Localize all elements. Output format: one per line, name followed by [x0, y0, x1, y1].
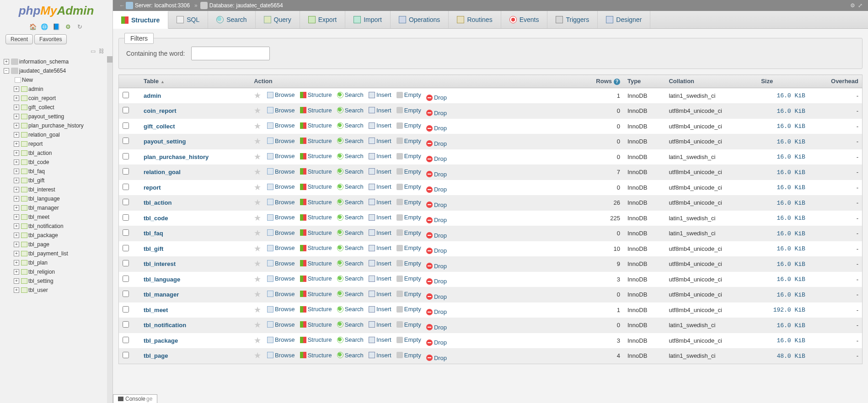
empty-link[interactable]: Empty [396, 275, 421, 282]
tree-table-item[interactable]: +tbl_faq [4, 167, 111, 176]
expand-icon[interactable]: + [14, 260, 19, 265]
favorite-star-icon[interactable]: ★ [254, 336, 261, 345]
tab-sql[interactable]: SQL [168, 11, 208, 28]
insert-link[interactable]: Insert [369, 321, 391, 328]
row-checkbox[interactable] [123, 92, 129, 98]
favorite-star-icon[interactable]: ★ [254, 259, 261, 268]
search-link[interactable]: Search [337, 153, 364, 159]
col-table[interactable]: Table▲ [140, 75, 250, 88]
drop-link[interactable]: Drop [426, 110, 447, 117]
home-icon[interactable]: 🏠 [29, 23, 37, 31]
search-link[interactable]: Search [337, 91, 364, 98]
search-link[interactable]: Search [337, 107, 364, 114]
expand-icon[interactable]: + [14, 132, 19, 138]
empty-link[interactable]: Empty [396, 229, 421, 236]
db-tree[interactable]: + information_schema − jaudatec_date5654… [0, 56, 113, 403]
table-name-link[interactable]: tbl_language [144, 276, 180, 283]
table-name-link[interactable]: tbl_package [144, 337, 178, 344]
collapse-icon[interactable]: − [4, 68, 9, 74]
drop-link[interactable]: Drop [426, 308, 447, 315]
expand-icon[interactable]: + [14, 223, 19, 229]
expand-icon[interactable]: + [14, 196, 19, 202]
empty-link[interactable]: Empty [396, 153, 421, 159]
row-checkbox[interactable] [123, 153, 129, 159]
table-name-link[interactable]: tbl_notification [144, 322, 186, 329]
insert-link[interactable]: Insert [369, 183, 391, 190]
browse-link[interactable]: Browse [267, 183, 295, 190]
tree-table-item[interactable]: +plan_purchase_history [4, 121, 111, 130]
structure-link[interactable]: Structure [300, 229, 332, 236]
drop-link[interactable]: Drop [426, 278, 447, 285]
favorite-star-icon[interactable]: ★ [254, 213, 261, 223]
table-name-link[interactable]: admin [144, 92, 161, 99]
page-settings-icon[interactable]: ⚙ [850, 2, 855, 9]
tree-table-item[interactable]: +tbl_meet [4, 212, 111, 222]
structure-link[interactable]: Structure [300, 291, 332, 297]
insert-link[interactable]: Insert [369, 199, 391, 206]
tree-table-item[interactable]: +tbl_package [4, 231, 111, 240]
tree-table-item[interactable]: +tbl_setting [4, 276, 111, 286]
empty-link[interactable]: Empty [396, 214, 421, 221]
insert-link[interactable]: Insert [369, 153, 391, 159]
insert-link[interactable]: Insert [369, 229, 391, 236]
tree-table-item[interactable]: +tbl_action [4, 148, 111, 158]
search-link[interactable]: Search [337, 321, 364, 328]
empty-link[interactable]: Empty [396, 199, 421, 206]
expand-icon[interactable]: + [14, 242, 19, 247]
browse-link[interactable]: Browse [267, 168, 295, 175]
drop-link[interactable]: Drop [426, 140, 447, 147]
tab-operations[interactable]: Operations [391, 11, 449, 28]
tab-events[interactable]: Events [501, 11, 548, 28]
tree-table-item[interactable]: +tbl_language [4, 194, 111, 203]
insert-link[interactable]: Insert [369, 275, 391, 282]
drop-link[interactable]: Drop [426, 324, 447, 331]
help-icon[interactable]: ? [614, 79, 620, 85]
search-link[interactable]: Search [337, 352, 364, 359]
table-name-link[interactable]: coin_report [144, 107, 177, 114]
tree-scrollbar-thumb[interactable] [107, 56, 113, 63]
favorite-star-icon[interactable]: ★ [254, 122, 261, 131]
tab-designer[interactable]: Designer [598, 11, 650, 28]
tab-routines[interactable]: Routines [449, 11, 501, 28]
tree-table-item[interactable]: +report [4, 139, 111, 148]
structure-link[interactable]: Structure [300, 352, 332, 359]
table-name-link[interactable]: tbl_faq [144, 230, 163, 237]
row-checkbox[interactable] [123, 245, 129, 251]
browse-link[interactable]: Browse [267, 153, 295, 159]
expand-icon[interactable]: + [14, 269, 19, 275]
drop-link[interactable]: Drop [426, 293, 447, 300]
empty-link[interactable]: Empty [396, 336, 421, 343]
browse-link[interactable]: Browse [267, 214, 295, 221]
search-link[interactable]: Search [337, 260, 364, 267]
row-checkbox[interactable] [123, 214, 129, 221]
browse-link[interactable]: Browse [267, 275, 295, 282]
insert-link[interactable]: Insert [369, 91, 391, 98]
expand-icon[interactable]: + [14, 178, 19, 183]
structure-link[interactable]: Structure [300, 168, 332, 175]
tree-table-item[interactable]: +payout_setting [4, 112, 111, 121]
col-rows[interactable]: Rows? [578, 75, 624, 88]
favorite-star-icon[interactable]: ★ [254, 106, 261, 115]
row-checkbox[interactable] [123, 321, 129, 328]
search-link[interactable]: Search [337, 306, 364, 313]
drop-link[interactable]: Drop [426, 186, 447, 193]
favorite-star-icon[interactable]: ★ [254, 183, 261, 192]
collapse-all-icon[interactable]: ▭ [89, 48, 96, 52]
expand-icon[interactable]: + [14, 114, 19, 119]
browse-link[interactable]: Browse [267, 260, 295, 267]
browse-link[interactable]: Browse [267, 291, 295, 297]
row-checkbox[interactable] [123, 306, 129, 313]
search-link[interactable]: Search [337, 199, 364, 206]
empty-link[interactable]: Empty [396, 260, 421, 267]
drop-link[interactable]: Drop [426, 217, 447, 223]
row-checkbox[interactable] [123, 122, 129, 129]
structure-link[interactable]: Structure [300, 214, 332, 221]
structure-link[interactable]: Structure [300, 122, 332, 129]
empty-link[interactable]: Empty [396, 183, 421, 190]
insert-link[interactable]: Insert [369, 168, 391, 175]
tree-table-item[interactable]: +tbl_interest [4, 185, 111, 194]
expand-icon[interactable]: + [14, 205, 19, 211]
browse-link[interactable]: Browse [267, 199, 295, 206]
favorite-star-icon[interactable]: ★ [254, 167, 261, 176]
drop-link[interactable]: Drop [426, 247, 447, 254]
